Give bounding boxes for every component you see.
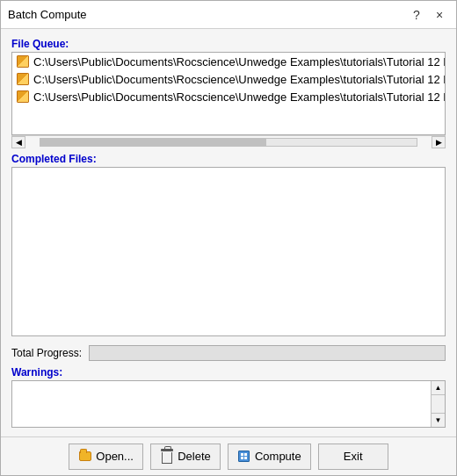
close-button[interactable]: × [430, 5, 449, 25]
warnings-box[interactable]: ▲ ▼ [11, 380, 446, 428]
warnings-scrollbar[interactable]: ▲ ▼ [431, 381, 445, 427]
file-path-1: C:\Users\Public\Documents\Rocscience\Unw… [33, 55, 446, 69]
scroll-up-button[interactable]: ▲ [432, 381, 446, 395]
completed-files-box[interactable] [11, 167, 446, 336]
title-bar-controls: ? × [407, 5, 449, 25]
exit-button[interactable]: Exit [318, 444, 388, 470]
open-button-label: Open... [96, 450, 134, 463]
help-button[interactable]: ? [407, 5, 426, 25]
calculator-icon [237, 450, 251, 464]
button-bar: Open... Delete Compute Exit [1, 436, 456, 475]
horizontal-scrollbar[interactable]: ◀ ▶ [11, 135, 446, 148]
batch-compute-window: Batch Compute ? × File Queue: C:\Users\P… [0, 0, 457, 476]
progress-section: Total Progress: [11, 345, 446, 361]
list-item[interactable]: C:\Users\Public\Documents\Rocscience\Unw… [12, 88, 445, 105]
list-item[interactable]: C:\Users\Public\Documents\Rocscience\Unw… [12, 53, 445, 70]
window-title: Batch Compute [8, 8, 407, 21]
warnings-label: Warnings: [11, 366, 446, 379]
file-icon-2 [16, 72, 30, 86]
completed-files-section: Completed Files: [11, 153, 446, 336]
scroll-down-button[interactable]: ▼ [432, 413, 446, 427]
warnings-section: Warnings: ▲ ▼ [11, 366, 446, 428]
delete-button[interactable]: Delete [150, 444, 221, 470]
open-button[interactable]: Open... [69, 444, 143, 470]
scroll-left-arrow[interactable]: ◀ [11, 136, 25, 148]
scroll-thumb[interactable] [40, 139, 266, 146]
content-area: File Queue: C:\Users\Public\Documents\Ro… [1, 29, 456, 436]
folder-icon [78, 450, 92, 464]
file-queue-list[interactable]: C:\Users\Public\Documents\Rocscience\Unw… [11, 52, 446, 135]
trash-icon [160, 450, 174, 464]
file-path-3: C:\Users\Public\Documents\Rocscience\Unw… [33, 90, 446, 104]
progress-label: Total Progress: [11, 347, 82, 359]
compute-button-label: Compute [255, 450, 301, 463]
title-bar: Batch Compute ? × [1, 1, 456, 29]
scroll-right-arrow[interactable]: ▶ [432, 136, 446, 148]
delete-button-label: Delete [178, 450, 211, 463]
compute-button[interactable]: Compute [228, 444, 311, 470]
completed-files-label: Completed Files: [11, 153, 446, 165]
exit-button-label: Exit [344, 450, 363, 463]
file-path-2: C:\Users\Public\Documents\Rocscience\Unw… [33, 73, 446, 86]
file-icon-1 [16, 54, 30, 69]
scroll-track[interactable] [40, 138, 417, 147]
file-queue-label: File Queue: [11, 38, 446, 50]
file-icon-3 [16, 90, 30, 104]
list-item[interactable]: C:\Users\Public\Documents\Rocscience\Unw… [12, 70, 445, 88]
file-queue-section: File Queue: C:\Users\Public\Documents\Ro… [11, 38, 446, 148]
progress-bar [89, 345, 446, 361]
